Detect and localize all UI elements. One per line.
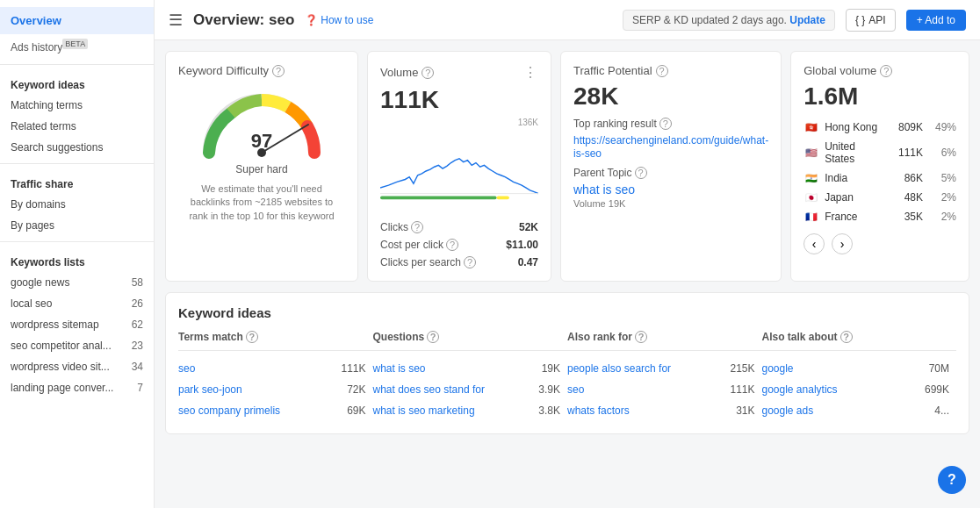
country-name: United States <box>825 140 883 165</box>
sidebar-list-item[interactable]: seo competitor anal...23 <box>0 335 154 356</box>
sidebar-item-overview[interactable]: Overview <box>0 7 154 34</box>
global-prev-button[interactable]: ‹ <box>803 233 825 254</box>
svg-rect-4 <box>380 196 497 199</box>
how-to-use-link[interactable]: ❓ How to use <box>305 14 373 26</box>
sidebar-list-item[interactable]: wordpress video sit...34 <box>0 356 154 377</box>
ideas-keyword-count: 70M <box>929 362 949 375</box>
ideas-keyword-link[interactable]: google <box>762 362 794 375</box>
ideas-keyword-count: 111K <box>730 383 754 396</box>
traffic-title: Traffic Potential ? <box>573 64 668 77</box>
country-volume: 111K <box>888 147 923 159</box>
ideas-row: what is seo19K <box>373 358 568 379</box>
top-ranking-url[interactable]: https://searchengineland.com/guide/what-… <box>573 134 768 160</box>
ideas-keyword-link[interactable]: whats factors <box>567 404 630 417</box>
ideas-row: park seo-joon72K <box>178 379 373 400</box>
gauge-container: 97 Super hard <box>178 82 345 175</box>
parent-volume: Volume 19K <box>573 198 768 209</box>
svg-rect-5 <box>497 196 509 199</box>
add-to-button[interactable]: + Add to <box>906 10 966 31</box>
col-help-icon[interactable]: ? <box>840 331 853 343</box>
global-value: 1.6M <box>803 82 956 111</box>
sidebar-list-item[interactable]: wordpress sitemap62 <box>0 314 154 335</box>
kd-estimate: We estimate that you'll need backlinks f… <box>178 182 345 223</box>
menu-icon[interactable]: ☰ <box>169 11 183 30</box>
ideas-keyword-link[interactable]: what is seo marketing <box>373 404 475 417</box>
global-next-button[interactable]: › <box>832 233 853 254</box>
global-country-row: 🇮🇳India86K5% <box>803 168 956 188</box>
volume-value: 111K <box>380 86 538 114</box>
ideas-row: what does seo stand for3.9K <box>373 379 568 400</box>
header: ☰ Overview: seo ❓ How to use SERP & KD u… <box>155 0 980 40</box>
country-name: India <box>825 172 883 184</box>
ideas-row: seo company primelis69K <box>178 400 373 421</box>
ideas-keyword-link[interactable]: what is seo <box>373 362 426 375</box>
kd-help-icon[interactable]: ? <box>272 65 285 77</box>
top-ranking-help-icon[interactable]: ? <box>659 118 672 130</box>
sidebar-list-item[interactable]: google news58 <box>0 272 154 293</box>
parent-topic-help-icon[interactable]: ? <box>635 167 647 179</box>
gauge-label: Super hard <box>235 163 287 175</box>
global-country-row: 🇭🇰Hong Kong809K49% <box>803 118 956 137</box>
sidebar-item-ads[interactable]: Ads historyBETA <box>0 34 154 59</box>
col-help-icon[interactable]: ? <box>246 331 258 343</box>
parent-topic-link[interactable]: what is seo <box>573 182 635 197</box>
ideas-keyword-link[interactable]: google analytics <box>762 383 838 396</box>
volume-more-icon[interactable]: ⋮ <box>523 64 538 81</box>
clicks-help-icon[interactable]: ? <box>411 221 423 233</box>
country-pct: 5% <box>928 172 956 184</box>
country-pct: 2% <box>928 191 956 204</box>
traffic-value: 28K <box>573 82 768 111</box>
ideas-keyword-link[interactable]: seo <box>567 383 584 396</box>
ideas-column: Also rank for?people also search for215K… <box>567 331 762 421</box>
global-help-icon[interactable]: ? <box>880 65 892 77</box>
cpc-metric: Cost per click ? $11.00 <box>380 239 538 251</box>
ideas-keyword-link[interactable]: people also search for <box>567 362 671 375</box>
ideas-keyword-count: 215K <box>730 362 754 375</box>
country-name: France <box>825 211 883 223</box>
col-help-icon[interactable]: ? <box>635 331 647 343</box>
update-link[interactable]: Update <box>789 14 825 26</box>
sidebar-section-keyword-ideas: Keyword ideas <box>0 70 154 95</box>
sidebar-item-related-terms[interactable]: Related terms <box>0 116 154 137</box>
sidebar-section-keywords-lists: Keywords lists <box>0 247 154 272</box>
sidebar-item-by-pages[interactable]: By pages <box>0 215 154 236</box>
api-icon: { } <box>855 14 865 26</box>
ideas-keyword-link[interactable]: park seo-joon <box>178 383 242 396</box>
ideas-column: Also talk about?google70Mgoogle analytic… <box>762 331 957 421</box>
country-volume: 809K <box>888 121 923 133</box>
ideas-keyword-link[interactable]: google ads <box>762 404 814 417</box>
sidebar-item-by-domains[interactable]: By domains <box>0 194 154 215</box>
sidebar-list-item[interactable]: local seo26 <box>0 293 154 314</box>
ideas-keyword-link[interactable]: what does seo stand for <box>373 383 485 396</box>
top-ranking-section: Top ranking result ? https://searchengin… <box>573 118 768 160</box>
help-button[interactable]: ? <box>938 466 966 494</box>
card-traffic-potential: Traffic Potential ? 28K Top ranking resu… <box>560 51 782 282</box>
ideas-keyword-count: 699K <box>925 383 949 396</box>
ideas-row: seo111K <box>567 379 762 400</box>
cpc-help-icon[interactable]: ? <box>446 239 458 251</box>
volume-help-icon[interactable]: ? <box>422 67 434 79</box>
kd-title: Keyword Difficulty ? <box>178 64 285 77</box>
ideas-keyword-count: 4... <box>934 404 949 417</box>
cps-value: 0.47 <box>518 256 538 268</box>
col-help-icon[interactable]: ? <box>427 331 439 343</box>
sidebar-item-search-suggestions[interactable]: Search suggestions <box>0 137 154 158</box>
ideas-keyword-link[interactable]: seo company primelis <box>178 404 280 417</box>
global-title: Global volume ? <box>803 64 892 77</box>
ideas-keyword-link[interactable]: seo <box>178 362 195 375</box>
country-volume: 35K <box>888 211 923 223</box>
api-button[interactable]: { } API <box>846 9 896 32</box>
cps-help-icon[interactable]: ? <box>464 256 476 268</box>
question-circle-icon: ❓ <box>305 14 318 26</box>
sidebar-list-item[interactable]: landing page conver...7 <box>0 377 154 398</box>
sidebar-item-matching-terms[interactable]: Matching terms <box>0 95 154 116</box>
sidebar-section-traffic-share: Traffic share <box>0 169 154 194</box>
ideas-row: seo111K <box>178 358 373 379</box>
ideas-row: google70M <box>762 358 957 379</box>
ideas-keyword-count: 69K <box>347 404 365 417</box>
country-name: Hong Kong <box>825 121 883 133</box>
svg-text:97: 97 <box>251 130 272 152</box>
flag-icon: 🇮🇳 <box>803 173 819 184</box>
traffic-help-icon[interactable]: ? <box>656 65 668 77</box>
ideas-column: Terms match?seo111Kpark seo-joon72Kseo c… <box>178 331 373 421</box>
